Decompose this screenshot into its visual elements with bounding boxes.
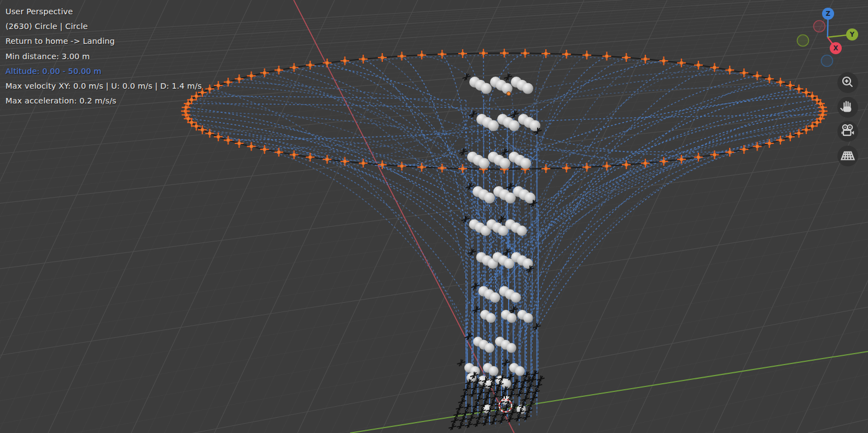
pan-button[interactable] [837, 97, 858, 118]
movie-camera-icon [837, 121, 858, 142]
hand-icon [837, 97, 858, 118]
drone-sphere[interactable] [481, 83, 492, 94]
blender-viewport-window: User Perspective (2630) Circle | Circle … [0, 0, 868, 433]
drone-sphere[interactable] [488, 120, 499, 131]
drone-sphere[interactable] [522, 83, 533, 94]
drone-sphere[interactable] [486, 313, 496, 323]
drone-sphere[interactable] [490, 292, 500, 303]
navigation-gizmo-canvas: ZYX [788, 0, 868, 72]
scene-canvas [0, 0, 868, 433]
drone-sphere[interactable] [511, 292, 521, 303]
viewport-3d[interactable] [0, 0, 868, 433]
drone-sphere[interactable] [489, 366, 499, 376]
gizmo-axis-minus-x[interactable] [814, 21, 825, 32]
camera-view-button[interactable] [837, 121, 858, 142]
gizmo-axis-plus-y[interactable]: Y [846, 28, 858, 41]
gizmo-axis-minus-z[interactable] [822, 55, 833, 67]
drone-sphere[interactable] [509, 120, 520, 131]
drone-sphere[interactable] [479, 158, 490, 169]
navigation-gizmo[interactable]: ZYX [788, 0, 868, 72]
origin-marker [507, 92, 511, 96]
grid-plane-icon [837, 146, 858, 166]
drone-sphere[interactable] [523, 313, 533, 323]
gizmo-axis-plus-z[interactable]: Z [822, 8, 834, 20]
drone-sphere[interactable] [506, 343, 516, 353]
drone-sphere[interactable] [499, 158, 510, 169]
drone-sphere[interactable] [515, 366, 525, 376]
drone-sphere[interactable] [517, 226, 527, 236]
gizmo-axis-label: Y [849, 31, 855, 38]
drone-sphere[interactable] [507, 313, 517, 323]
drone-sphere[interactable] [485, 343, 494, 353]
zoom-button[interactable] [837, 72, 858, 93]
drone-sphere[interactable] [484, 193, 495, 204]
gizmo-axis-minus-y[interactable] [797, 35, 809, 47]
drone-sphere[interactable] [520, 158, 531, 169]
orthographic-grid-button[interactable] [837, 146, 858, 166]
gizmo-axis-plus-x[interactable]: X [830, 42, 842, 54]
magnifier-plus-icon [837, 72, 858, 93]
gizmo-axis-label: Z [826, 10, 830, 18]
gizmo-axis-label: X [834, 44, 838, 52]
